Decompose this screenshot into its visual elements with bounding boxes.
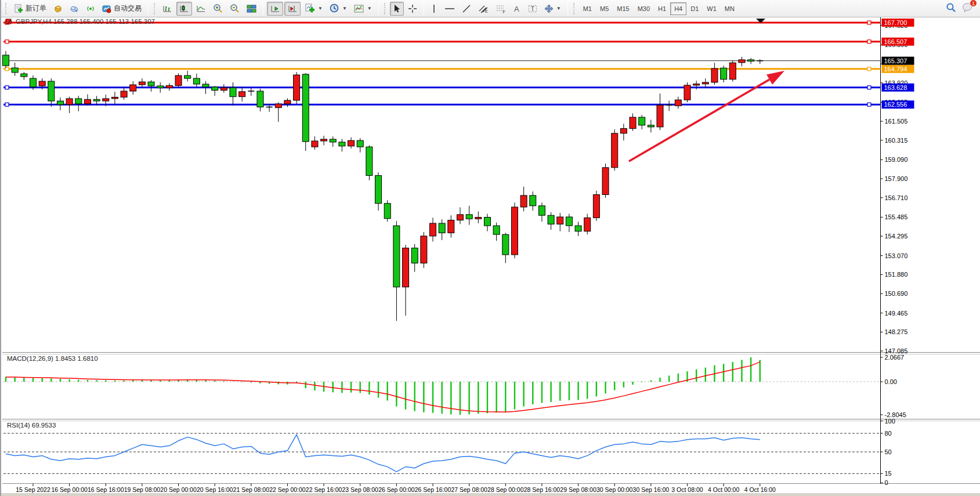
templates-button[interactable]: ▼ [351,2,375,16]
toolbar-grip[interactable] [573,3,576,15]
toolbar-separator [567,2,568,15]
auto-trading-button[interactable]: 自动交易 [99,2,144,16]
auto-trading-icon [102,4,111,13]
svg-text:157.900: 157.900 [885,175,908,182]
fibonacci-tool-button[interactable]: F [493,2,509,16]
chart-shift-button[interactable] [284,2,301,16]
svg-text:50: 50 [885,448,892,455]
trendline-tool-button[interactable] [459,2,474,16]
tab-timeframe-mn[interactable]: MN [721,2,739,15]
toolbar-grip[interactable] [154,3,157,15]
chevron-down-icon: ▼ [367,6,372,11]
new-order-button[interactable]: 新订单 [11,2,49,16]
tab-timeframe-w1[interactable]: W1 [703,2,721,15]
zoom-in-button[interactable] [210,2,226,16]
cursor-icon [393,4,401,13]
signal-button[interactable] [83,2,98,16]
tab-timeframe-m30[interactable]: M30 [634,2,654,15]
svg-text:30 Sep 00:00: 30 Sep 00:00 [596,486,633,493]
svg-text:162.556: 162.556 [884,101,907,108]
channel-tool-button[interactable]: E [475,2,491,16]
toolbar-right-group: 1 [946,2,978,15]
chevron-down-icon: ▼ [342,6,347,11]
tab-timeframe-m15[interactable]: M15 [613,2,633,15]
horizontal-line-icon [444,4,455,13]
periods-icon [330,3,339,13]
tile-windows-button[interactable] [244,2,259,16]
svg-text:30 Sep 16:00: 30 Sep 16:00 [633,486,670,493]
chart-canvas[interactable]: 167.525166.300165.110163.920162.695161.5… [1,0,980,496]
notification-badge: 1 [970,0,977,7]
toolbar-grip[interactable] [5,3,8,15]
vertical-line-icon [431,4,437,13]
svg-text:29 Sep 08:00: 29 Sep 08:00 [560,486,596,493]
auto-scroll-button[interactable] [267,2,283,16]
tab-timeframe-m5[interactable]: M5 [596,2,613,15]
svg-text:28 Sep 16:00: 28 Sep 16:00 [524,486,560,493]
auto-trading-label: 自动交易 [114,3,142,13]
svg-text:T: T [530,5,534,12]
zoom-out-icon [230,3,240,13]
tab-timeframe-d1[interactable]: D1 [686,2,703,15]
svg-text:80: 80 [885,430,892,437]
notifications-button[interactable]: 1 [962,2,973,15]
indicators-icon [305,3,315,13]
new-order-icon [14,4,23,13]
vertical-line-tool-button[interactable] [428,2,440,16]
svg-text:160.315: 160.315 [885,137,908,144]
svg-text:22 Sep 16:00: 22 Sep 16:00 [306,486,342,493]
search-icon[interactable] [946,2,956,15]
gold-cube-icon [53,4,63,13]
tab-timeframe-h4[interactable]: H4 [670,2,686,15]
chart-shift-icon [287,4,298,13]
svg-text:A: A [514,5,519,13]
svg-text:156.710: 156.710 [885,194,908,201]
signal-icon [86,4,95,13]
svg-text:0.00: 0.00 [885,378,897,385]
svg-text:4 Oct 16:00: 4 Oct 16:00 [744,486,776,493]
svg-text:151.880: 151.880 [885,271,908,278]
line-chart-type-button[interactable] [193,2,209,16]
label-icon: T [528,4,537,13]
svg-text:F: F [502,9,505,13]
text-icon: A [513,4,521,13]
shapes-tool-button[interactable]: ▼ [541,2,564,16]
cursor-tool-button[interactable] [390,2,404,16]
fibonacci-icon: F [496,4,506,13]
indicators-button[interactable]: ▼ [302,2,326,16]
chart-frame [1,17,980,496]
toolbar-separator [148,2,149,15]
toolbar-grip[interactable] [384,3,387,15]
svg-text:21 Sep 08:00: 21 Sep 08:00 [233,486,270,493]
tab-timeframe-m1[interactable]: M1 [579,2,596,15]
horizontal-line-tool-button[interactable] [442,2,458,16]
svg-text:16 Sep 16:00: 16 Sep 16:00 [88,486,124,493]
tile-windows-icon [247,4,256,13]
text-tool-button[interactable]: A [510,2,524,16]
candlestick-chart-type-button[interactable] [176,2,192,16]
toolbar-separator [263,2,263,15]
svg-text:166.507: 166.507 [884,38,907,45]
svg-text:165.307: 165.307 [884,57,907,64]
bar-chart-type-button[interactable] [160,2,175,16]
chart-title-ohlc: GBPJPY,H4 165.288 165.400 165.113 165.30… [16,18,155,25]
svg-text:19 Sep 08:00: 19 Sep 08:00 [124,486,161,493]
label-tool-button[interactable]: T [525,2,540,16]
svg-text:20 Sep 16:00: 20 Sep 16:00 [197,486,233,493]
svg-text:3 Oct 08:00: 3 Oct 08:00 [671,486,703,493]
macd-indicator-label: MACD(12,26,9) 1.8453 1.6810 [7,355,98,362]
tab-timeframe-h1[interactable]: H1 [654,2,670,15]
gold-cube-button[interactable] [50,2,66,16]
svg-text:155.485: 155.485 [885,213,908,220]
svg-text:16 Sep 00:00: 16 Sep 00:00 [51,486,88,493]
crosshair-tool-button[interactable] [405,2,420,16]
svg-text:4 Oct 00:00: 4 Oct 00:00 [708,486,739,493]
periods-button[interactable]: ▼ [327,2,350,16]
svg-text:100: 100 [885,418,895,425]
cloud-button[interactable] [67,2,82,16]
zoom-out-button[interactable] [227,2,243,16]
line-chart-icon [196,4,206,13]
templates-icon [354,4,364,13]
chevron-down-icon: ▼ [556,6,561,11]
rsi-indicator-label: RSI(14) 69.9533 [7,422,56,429]
